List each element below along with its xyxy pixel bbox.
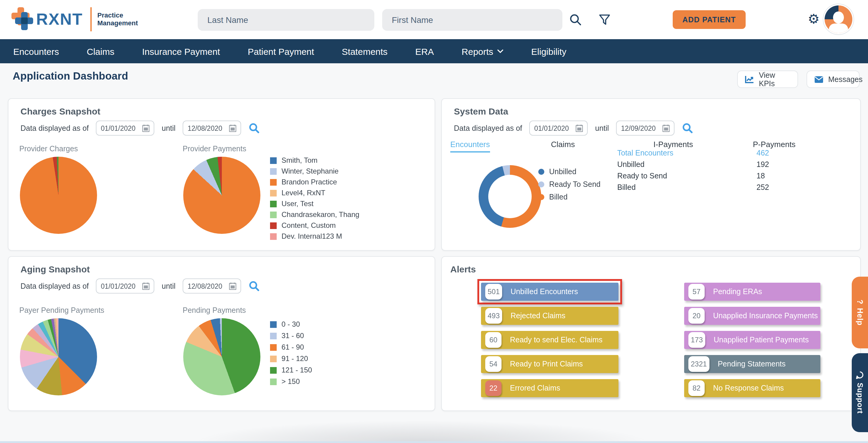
encounters-donut: [478, 165, 541, 228]
alert-errored-claims[interactable]: 22 Errored Claims: [481, 379, 618, 397]
aging-search-icon[interactable]: [248, 280, 260, 292]
pending-payments-pie: [183, 318, 260, 395]
system-date-row: Data displayed as of 01/01/2020 until 12…: [454, 121, 693, 136]
donut-hole: [488, 175, 532, 218]
bottom-strip: [0, 441, 868, 443]
date-prefix-label: Data displayed as of: [454, 124, 522, 132]
alerts-panel: Alerts 501 Unbilled Encounters 493 Rejec…: [441, 256, 861, 411]
pending-payments-title: Pending Payments: [183, 306, 246, 315]
charges-date-from[interactable]: 01/01/2020: [96, 121, 155, 136]
filter-icon[interactable]: [598, 13, 611, 27]
first-name-input[interactable]: [382, 9, 562, 31]
last-name-input[interactable]: [198, 9, 374, 31]
calendar-icon: [143, 282, 150, 290]
charges-date-to[interactable]: 12/08/2020: [183, 121, 241, 136]
alert-unbilled-encounters[interactable]: 501 Unbilled Encounters: [481, 283, 618, 301]
aging-date-from[interactable]: 01/01/2020: [96, 279, 155, 293]
charges-date-row: Data displayed as of 01/01/2020 until 12…: [21, 121, 260, 136]
view-kpis-button[interactable]: View KPIs: [737, 70, 798, 88]
tab-encounters[interactable]: Encounters: [450, 140, 490, 153]
rxnt-cross-icon: [10, 6, 34, 33]
alert-ready-send-elec-claims[interactable]: 60 Ready to send Elec. Claims: [481, 331, 618, 349]
legend-item: Unbilled: [538, 166, 601, 177]
stat-label[interactable]: Total Encounters: [617, 148, 756, 158]
alert-unapplied-patient-payments[interactable]: 173 Unapplied Patient Payments: [684, 331, 820, 349]
encounters-legend: Unbilled Ready To Send Billed: [538, 166, 601, 202]
nav-item-claims[interactable]: Claims: [87, 46, 115, 56]
aging-legend: 0 - 30 31 - 60 61 - 90 91 - 120 121 - 15…: [270, 319, 312, 387]
legend-item: 61 - 90: [270, 342, 312, 353]
tab-claims[interactable]: Claims: [551, 140, 575, 149]
calendar-icon: [662, 124, 670, 132]
alert-pending-eras[interactable]: 57 Pending ERAs: [684, 283, 820, 301]
alert-count-badge: 173: [688, 332, 705, 348]
stat-value: 462: [756, 148, 769, 158]
tab-i-payments[interactable]: I-Payments: [653, 140, 693, 149]
stat-label: Unbilled: [617, 160, 756, 169]
avatar[interactable]: [825, 5, 852, 33]
gear-icon[interactable]: ⚙: [808, 11, 819, 28]
nav-item-patient-payment[interactable]: Patient Payment: [248, 46, 314, 56]
stat-value: 252: [756, 183, 769, 192]
date-prefix-label: Data displayed as of: [21, 124, 89, 132]
calendar-icon: [229, 282, 236, 290]
system-date-from[interactable]: 01/01/2020: [530, 121, 588, 136]
date-prefix-label: Data displayed as of: [21, 282, 89, 290]
alert-rejected-claims[interactable]: 493 Rejected Claims: [481, 307, 618, 325]
messages-button[interactable]: Messages: [807, 70, 860, 88]
nav-item-statements[interactable]: Statements: [342, 46, 388, 56]
app-window: RXNT Practice Management ADD PATIENT ⚙ E…: [0, 0, 868, 443]
aging-snapshot-title: Aging Snapshot: [21, 264, 90, 274]
calendar-icon: [576, 124, 583, 132]
encounter-stats: Total Encounters 462 Unbilled 192 Ready …: [617, 148, 769, 192]
aging-snapshot-panel: Aging Snapshot Data displayed as of 01/0…: [8, 256, 435, 411]
system-data-title: System Data: [454, 106, 508, 116]
add-patient-button[interactable]: ADD PATIENT: [673, 10, 746, 29]
provider-payments-title: Provider Payments: [183, 145, 246, 153]
support-tab[interactable]: Support: [852, 353, 868, 432]
search-icon[interactable]: [569, 13, 582, 27]
nav-item-era[interactable]: ERA: [415, 46, 434, 56]
until-label: until: [162, 124, 176, 132]
help-tab[interactable]: ? Help: [852, 277, 868, 348]
legend-item: Dev. Internal123 M: [270, 231, 428, 242]
provider-charges-pie: [20, 157, 97, 234]
nav-item-encounters[interactable]: Encounters: [13, 46, 59, 56]
nav-item-reports[interactable]: Reports: [462, 46, 504, 56]
aging-date-to[interactable]: 12/08/2020: [183, 279, 241, 293]
alert-unapplied-insurance-payments[interactable]: 20 Unapplied Insurance Payments: [684, 307, 820, 325]
legend-item: 121 - 150: [270, 365, 312, 376]
stat-value: 192: [756, 160, 769, 169]
alerts-right-column: 57 Pending ERAs 20 Unapplied Insurance P…: [684, 283, 820, 397]
calendar-icon: [229, 124, 236, 132]
alert-count-badge: 22: [485, 380, 501, 396]
selection-highlight: 501 Unbilled Encounters: [477, 279, 622, 305]
avatar-head: [833, 11, 844, 24]
legend-item: Brandon Practice: [270, 177, 428, 187]
nav-item-insurance-payment[interactable]: Insurance Payment: [142, 46, 220, 56]
provider-payments-pie: [183, 157, 260, 234]
alert-count-badge: 2321: [688, 356, 709, 372]
alert-count-badge: 501: [485, 284, 502, 299]
until-label: until: [162, 282, 176, 290]
system-date-to[interactable]: 12/09/2020: [616, 121, 675, 136]
alert-pending-statements[interactable]: 2321 Pending Statements: [684, 355, 820, 373]
kpi-chart-icon: [745, 75, 754, 83]
alert-count-badge: 60: [485, 332, 501, 348]
main-nav: Encounters Claims Insurance Payment Pati…: [0, 39, 868, 63]
tab-p-payments[interactable]: P-Payments: [753, 140, 796, 149]
legend-item: 0 - 30: [270, 319, 312, 330]
legend-item: 91 - 120: [270, 353, 312, 364]
nav-item-eligibility[interactable]: Eligibility: [531, 46, 567, 56]
legend-item: > 150: [270, 376, 312, 387]
legend-item: Chandrasekaron, Thang: [270, 209, 428, 220]
alert-count-badge: 82: [688, 380, 705, 396]
legend-item: Billed: [538, 192, 601, 202]
product-name: Practice Management: [97, 11, 138, 27]
bottom-shadow: [199, 421, 645, 443]
charges-search-icon[interactable]: [248, 122, 260, 134]
alert-count-badge: 54: [485, 356, 501, 372]
alert-ready-print-claims[interactable]: 54 Ready to Print Claims: [481, 355, 618, 373]
alert-no-response-claims[interactable]: 82 No Response Claims: [684, 379, 820, 397]
system-search-icon[interactable]: [682, 122, 693, 134]
